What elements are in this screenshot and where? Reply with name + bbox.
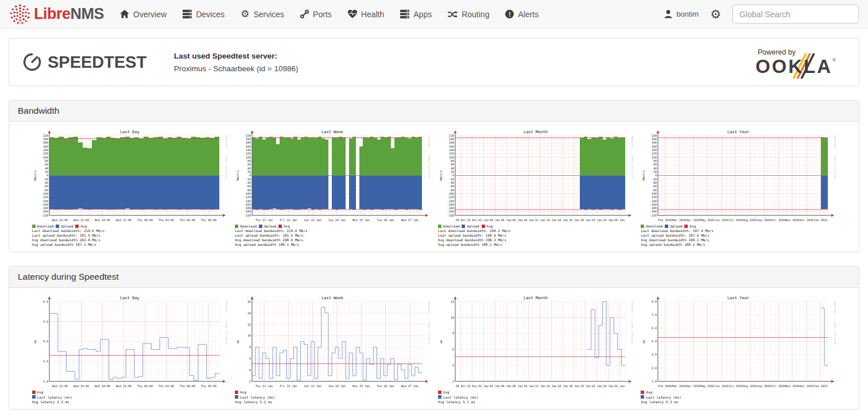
bandwidth-graph-last-year[interactable]: -220-200-180-160-140-120-100-80-60-40-20…	[641, 129, 836, 247]
svg-text:5.0: 5.0	[43, 320, 48, 323]
latency-graph-last-day[interactable]: 2.03.04.05.06.0Wed 12:00Wed 15:00Wed 18:…	[32, 295, 227, 404]
svg-text:-220: -220	[650, 214, 657, 217]
svg-text:20 Jan: 20 Jan	[580, 218, 591, 222]
nav-item-ports[interactable]: Ports	[300, 10, 332, 19]
svg-text:10: 10	[451, 316, 454, 319]
graph-legend: Avg Last latency (ms) Avg latency 3.3 ms	[32, 390, 227, 404]
nav-item-routing[interactable]: Routing	[448, 10, 489, 19]
nav-item-overview[interactable]: Overview	[120, 10, 166, 19]
svg-text:31 Dec: 31 Dec	[467, 384, 477, 388]
svg-text:-160: -160	[650, 203, 657, 206]
svg-text:Thu 21 Jan: Thu 21 Jan	[255, 384, 273, 388]
svg-text:Wed 27 Jan: Wed 27 Jan	[401, 218, 418, 222]
nav-label: Apps	[413, 10, 432, 19]
svg-text:Tue 26 Jan: Tue 26 Jan	[377, 384, 394, 388]
svg-text:40: 40	[653, 167, 657, 170]
svg-text:22 Jan: 22 Jan	[591, 218, 602, 222]
svg-text:RRDTOOL / TOBI OETIKER: RRDTOOL / TOBI OETIKER	[428, 136, 430, 179]
librenms-logo[interactable]: LibreNMS	[9, 3, 104, 25]
svg-text:29 Dec: 29 Dec	[456, 384, 466, 388]
svg-text:08 Jan: 08 Jan	[512, 384, 522, 388]
svg-text:-140: -140	[41, 199, 48, 203]
svg-text:80: 80	[45, 159, 48, 163]
svg-text:Last Week: Last Week	[321, 130, 344, 134]
nav-label: Alerts	[518, 10, 538, 19]
latency-graph-last-month[interactable]: 2468101229 Dec31 Dec02 Jan04 Jan06 Jan08…	[438, 295, 633, 404]
svg-text:Fri 22 Jan: Fri 22 Jan	[280, 384, 297, 388]
nav-item-health[interactable]: Health	[348, 10, 384, 19]
svg-text:4.0: 4.0	[652, 353, 657, 357]
svg-text:100: 100	[43, 156, 48, 159]
speedtest-header-card: SPEEDTEST Last used Speedtest server: Pr…	[9, 38, 859, 86]
bandwidth-graph-last-month[interactable]: -220-200-180-160-140-120-100-80-60-40-20…	[438, 129, 633, 247]
svg-text:0: 0	[46, 173, 48, 177]
global-search-input[interactable]	[733, 5, 859, 24]
svg-text:Sep 2020: Sep 2020	[757, 218, 771, 222]
svg-text:RRDTOOL / TOBI OETIKER: RRDTOOL / TOBI OETIKER	[631, 136, 633, 179]
rrd-graph-svg: -220-200-180-160-140-120-100-80-60-40-20…	[235, 129, 430, 223]
nav-item-apps[interactable]: Apps	[400, 10, 432, 19]
svg-text:7.0: 7.0	[652, 313, 657, 316]
svg-text:220: 220	[652, 134, 657, 137]
routing-icon	[448, 10, 458, 18]
nav-label: Overview	[133, 10, 166, 19]
svg-text:Jul 2020: Jul 2020	[729, 218, 743, 222]
svg-text:06 Jan: 06 Jan	[501, 384, 512, 388]
svg-text:180: 180	[652, 141, 657, 144]
svg-text:140: 140	[43, 148, 48, 152]
svg-text:31 Dec: 31 Dec	[467, 218, 477, 222]
nav-label: Services	[253, 10, 284, 19]
svg-text:Sun 24 Jan: Sun 24 Jan	[328, 218, 346, 222]
nav-item-alerts[interactable]: ! Alerts	[505, 10, 538, 19]
brand-libre: Libre	[34, 5, 71, 22]
bandwidth-graph-last-week[interactable]: -220-200-180-160-140-120-100-80-60-40-20…	[235, 129, 430, 247]
user-menu[interactable]: bontim	[664, 10, 699, 18]
svg-text:40: 40	[247, 167, 251, 170]
svg-text:RRDTOOL / TOBI OETIKER: RRDTOOL / TOBI OETIKER	[834, 302, 836, 345]
settings-gear-icon[interactable]: ⚙	[710, 8, 721, 20]
svg-text:-180: -180	[41, 206, 48, 210]
svg-text:Last Year: Last Year	[727, 296, 749, 300]
svg-text:8.0: 8.0	[652, 300, 657, 303]
svg-text:120: 120	[246, 152, 251, 155]
svg-text:Apr 2020: Apr 2020	[687, 384, 700, 388]
svg-text:Mon 25 Jan: Mon 25 Jan	[352, 384, 370, 388]
svg-text:Mbit/s: Mbit/s	[33, 170, 37, 180]
svg-text:8: 8	[249, 346, 251, 349]
speedtest-brand: SPEEDTEST	[22, 52, 157, 72]
svg-text:Mar 2020: Mar 2020	[672, 384, 686, 388]
svg-text:Mbit/s: Mbit/s	[642, 170, 645, 180]
user-icon	[664, 10, 672, 18]
svg-text:200: 200	[449, 137, 454, 141]
bandwidth-graph-last-day[interactable]: -220-200-180-160-140-120-100-80-60-40-20…	[32, 129, 227, 247]
svg-text:RRDTOOL / TOBI OETIKER: RRDTOOL / TOBI OETIKER	[428, 302, 430, 345]
svg-text:Wed 12:00: Wed 12:00	[52, 384, 68, 388]
svg-text:12 Jan: 12 Jan	[535, 218, 545, 222]
graph-legend: Avg Last latency (ms) Avg latency 5.1 ms	[438, 390, 633, 404]
svg-text:-180: -180	[244, 206, 251, 210]
svg-text:60: 60	[45, 163, 48, 166]
svg-text:Last Year: Last Year	[727, 130, 749, 134]
svg-text:Jan 2021: Jan 2021	[814, 384, 828, 388]
svg-text:Last Day: Last Day	[120, 296, 140, 300]
svg-text:200: 200	[652, 137, 657, 141]
nav-label: Health	[361, 10, 384, 19]
svg-text:-80: -80	[449, 188, 454, 192]
svg-text:140: 140	[449, 148, 454, 152]
nav-item-services[interactable]: ⚙ Services	[241, 9, 284, 19]
svg-text:120: 120	[449, 152, 454, 155]
latency-panel: Latency during Speedtest 2.03.04.05.06.0…	[9, 266, 859, 409]
latency-graph-last-year[interactable]: 2.03.04.05.06.07.08.0Feb 2020Mar 2020Apr…	[641, 295, 836, 404]
last-used-server-label: Last used Speedtest server:	[174, 52, 755, 60]
graph-legend: Avg Last latency (ms) Avg latency 5.3 ms	[641, 390, 836, 404]
latency-graph-last-week[interactable]: 246810121416Thu 21 JanFri 22 JanSat 23 J…	[235, 295, 430, 404]
svg-text:-40: -40	[246, 181, 251, 184]
nav-item-devices[interactable]: Devices	[183, 10, 224, 19]
svg-text:20: 20	[45, 170, 48, 173]
svg-text:02 Jan: 02 Jan	[478, 218, 489, 222]
svg-text:Oct 2020: Oct 2020	[772, 384, 785, 388]
latency-graphs-row: 2.03.04.05.06.0Wed 12:00Wed 15:00Wed 18:…	[9, 288, 859, 408]
svg-text:60: 60	[247, 163, 251, 166]
svg-text:22 Jan: 22 Jan	[591, 384, 602, 388]
svg-text:-100: -100	[41, 192, 48, 195]
